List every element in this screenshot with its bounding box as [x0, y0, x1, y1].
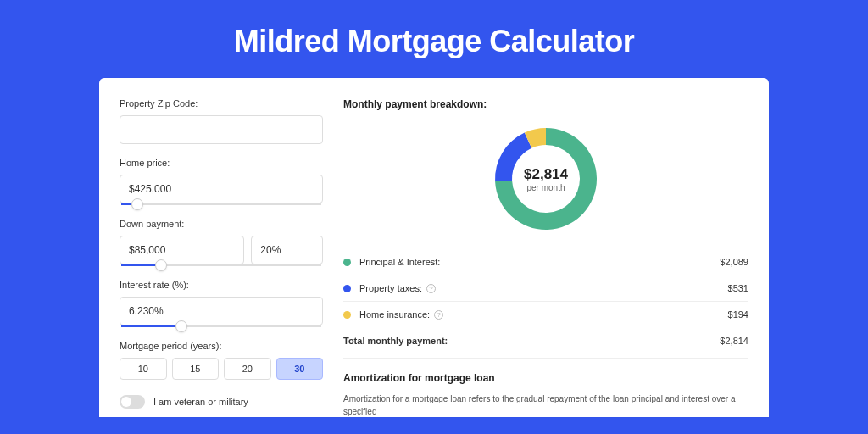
zip-field-group: Property Zip Code:	[120, 98, 323, 144]
breakdown-list: Principal & Interest:$2,089Property taxe…	[343, 249, 748, 327]
interest-input[interactable]	[120, 297, 323, 326]
form-column: Property Zip Code: Home price: Down paym…	[120, 98, 323, 417]
zip-label: Property Zip Code:	[120, 98, 323, 108]
donut-center: $2,814 per month	[524, 166, 568, 192]
period-btn-20[interactable]: 20	[224, 358, 271, 380]
period-btn-30[interactable]: 30	[276, 358, 324, 380]
home-price-slider[interactable]	[121, 203, 321, 205]
donut-sub: per month	[524, 183, 568, 192]
breakdown-label: Home insurance:?	[359, 309, 728, 320]
home-price-field-group: Home price:	[120, 158, 323, 205]
breakdown-title: Monthly payment breakdown:	[343, 98, 748, 110]
home-price-slider-thumb[interactable]	[131, 198, 143, 210]
breakdown-value: $2,089	[720, 257, 748, 267]
breakdown-label: Property taxes:?	[359, 283, 728, 293]
down-payment-slider-thumb[interactable]	[155, 259, 167, 271]
breakdown-column: Monthly payment breakdown: $2,814 per mo…	[343, 98, 748, 417]
total-value: $2,814	[720, 336, 748, 346]
amortization-text: Amortization for a mortgage loan refers …	[343, 392, 748, 418]
page-title: Mildred Mortgage Calculator	[0, 0, 868, 78]
breakdown-row: Property taxes:?$531	[343, 275, 748, 302]
info-icon[interactable]: ?	[426, 284, 436, 293]
zip-input[interactable]	[120, 115, 323, 144]
home-price-input[interactable]	[120, 175, 323, 203]
down-payment-slider[interactable]	[121, 264, 321, 266]
breakdown-value: $531	[728, 283, 748, 293]
veteran-toggle[interactable]	[120, 395, 145, 409]
home-price-label: Home price:	[120, 158, 323, 168]
legend-dot	[343, 285, 351, 292]
total-row: Total monthly payment: $2,814	[343, 327, 748, 358]
period-btn-15[interactable]: 15	[172, 358, 220, 380]
legend-dot	[343, 311, 351, 319]
period-label: Mortgage period (years):	[120, 341, 323, 351]
down-payment-pct-input[interactable]	[251, 236, 323, 264]
breakdown-row: Home insurance:?$194	[343, 302, 748, 327]
down-payment-field-group: Down payment:	[120, 219, 323, 266]
breakdown-value: $194	[728, 309, 748, 320]
interest-label: Interest rate (%):	[120, 280, 323, 290]
amortization-section: Amortization for mortgage loan Amortizat…	[343, 358, 748, 418]
period-options: 10152030	[120, 358, 323, 380]
interest-slider-thumb[interactable]	[175, 320, 187, 332]
legend-dot	[343, 259, 351, 266]
total-label: Total monthly payment:	[343, 336, 720, 346]
donut-value: $2,814	[524, 166, 568, 183]
breakdown-label: Principal & Interest:	[359, 257, 720, 267]
veteran-toggle-row: I am veteran or military	[120, 395, 323, 409]
period-field-group: Mortgage period (years): 10152030	[120, 341, 323, 380]
interest-slider-fill	[121, 326, 181, 327]
veteran-label: I am veteran or military	[153, 397, 248, 407]
down-payment-label: Down payment:	[120, 219, 323, 229]
down-payment-amount-input[interactable]	[120, 236, 244, 264]
donut-chart: $2,814 per month	[491, 124, 601, 234]
donut-chart-wrap: $2,814 per month	[343, 124, 748, 234]
calculator-card: Property Zip Code: Home price: Down paym…	[99, 78, 769, 417]
period-btn-10[interactable]: 10	[120, 358, 167, 380]
breakdown-row: Principal & Interest:$2,089	[343, 249, 748, 275]
interest-slider[interactable]	[121, 326, 321, 327]
info-icon[interactable]: ?	[434, 310, 443, 320]
amortization-title: Amortization for mortgage loan	[343, 372, 748, 384]
interest-field-group: Interest rate (%):	[120, 280, 323, 327]
